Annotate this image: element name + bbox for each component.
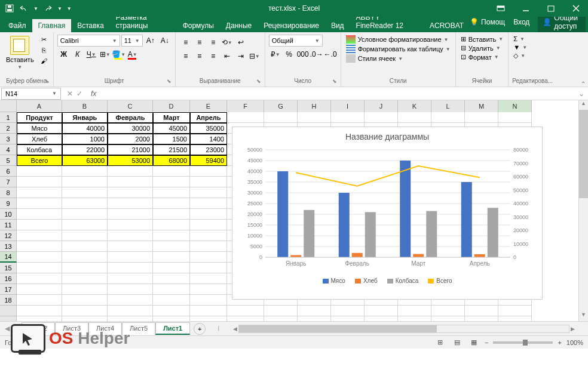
cell[interactable] [190, 263, 227, 273]
col-header-G[interactable]: G [264, 100, 298, 112]
cell[interactable] [153, 198, 190, 209]
cell[interactable] [62, 230, 108, 241]
col-header-L[interactable]: L [431, 100, 465, 112]
font-name-combo[interactable]: Calibri▼ [57, 35, 120, 47]
cell[interactable] [62, 306, 108, 316]
cell-styles-button[interactable]: Стили ячеек▼ [345, 54, 452, 63]
row-header-8[interactable]: 8 [0, 187, 17, 198]
cell[interactable] [298, 306, 331, 316]
cell[interactable] [190, 284, 227, 295]
cell[interactable] [153, 306, 190, 316]
cell[interactable] [431, 306, 465, 316]
tab-view[interactable]: Вид [325, 19, 350, 32]
cell[interactable] [153, 177, 190, 187]
orientation-icon[interactable]: ⟲▼ [220, 36, 234, 48]
close-icon[interactable] [564, 0, 588, 17]
cell[interactable] [331, 316, 365, 321]
horizontal-scrollbar[interactable]: ◀ ▶ [232, 324, 576, 334]
cell[interactable]: 30000 [108, 123, 153, 134]
cell[interactable]: Январь [62, 112, 108, 123]
cell[interactable] [190, 306, 227, 316]
row-header-5[interactable]: 5 [0, 155, 17, 166]
cell[interactable] [62, 241, 108, 252]
underline-button[interactable]: Ч▼ [85, 48, 98, 60]
page-break-view-icon[interactable]: ▦ [468, 338, 480, 347]
cell[interactable]: Колбаса [17, 144, 62, 155]
number-format-combo[interactable]: Общий▼ [269, 35, 323, 47]
font-size-combo[interactable]: 11▼ [121, 35, 143, 47]
cell[interactable]: Апрель [190, 112, 227, 123]
align-center-icon[interactable]: ≡ [193, 50, 206, 62]
cell[interactable] [190, 187, 227, 198]
cell[interactable] [108, 273, 153, 284]
format-painter-icon[interactable]: 🖌 [39, 56, 50, 66]
row-header-15[interactable]: 15 [0, 263, 17, 273]
delete-cells-button[interactable]: ⊟Удалить▼ [460, 44, 505, 53]
add-sheet-button[interactable]: + [194, 323, 206, 335]
vertical-scrollbar[interactable]: ▲▼ [578, 100, 588, 321]
cell[interactable] [465, 316, 498, 321]
cell[interactable]: Мясо [17, 123, 62, 134]
autosum-button[interactable]: Σ▼ [512, 35, 528, 43]
col-header-H[interactable]: H [298, 100, 331, 112]
align-left-icon[interactable]: ≡ [179, 50, 192, 62]
cell[interactable] [62, 220, 108, 230]
cell[interactable] [153, 187, 190, 198]
cell[interactable] [153, 241, 190, 252]
row-header-14[interactable]: 14 [0, 252, 17, 263]
cell[interactable] [431, 112, 465, 123]
save-icon[interactable] [5, 4, 14, 13]
cell[interactable] [108, 230, 153, 241]
cell[interactable] [108, 198, 153, 209]
chart[interactable]: Название диаграммы 050001000015000200002… [232, 127, 543, 300]
cell[interactable]: 63000 [62, 155, 108, 166]
tab-help[interactable]: Помощ [481, 18, 505, 26]
number-launcher-icon[interactable]: ⬊ [332, 78, 339, 85]
collapse-ribbon-icon[interactable]: ⌃ [581, 81, 586, 87]
insert-cells-button[interactable]: ⊞Вставить▼ [460, 35, 505, 44]
increase-indent-icon[interactable]: ⇥ [234, 50, 247, 62]
row-header-13[interactable]: 13 [0, 241, 17, 252]
cell[interactable] [190, 177, 227, 187]
col-header-N[interactable]: N [498, 100, 532, 112]
fill-color-button[interactable]: 🪣▼ [112, 48, 125, 60]
cell[interactable]: Всего [17, 155, 62, 166]
ribbon-display-icon[interactable] [489, 0, 513, 17]
cell[interactable]: Продукт [17, 112, 62, 123]
cell[interactable] [465, 306, 498, 316]
enter-formula-icon[interactable]: ✓ [76, 90, 82, 98]
cell[interactable]: 21500 [153, 144, 190, 155]
cell[interactable] [227, 316, 264, 321]
cell[interactable] [108, 306, 153, 316]
align-middle-icon[interactable]: ≡ [193, 36, 206, 48]
format-table-button[interactable]: Форматировать как таблицу▼ [345, 44, 452, 54]
cell[interactable] [62, 177, 108, 187]
row-header-10[interactable]: 10 [0, 209, 17, 220]
cell[interactable]: 1400 [190, 134, 227, 144]
row-header-1[interactable]: 1 [0, 112, 17, 123]
row-header-4[interactable]: 4 [0, 144, 17, 155]
copy-icon[interactable]: ⎘ [39, 45, 50, 55]
format-cells-button[interactable]: ⊡Формат▼ [460, 53, 505, 61]
cell[interactable]: 35000 [190, 123, 227, 134]
sheet-nav-prev-icon[interactable]: ◀ [5, 325, 10, 332]
tab-insert[interactable]: Вставка [71, 19, 110, 32]
cell[interactable] [227, 112, 264, 123]
cell[interactable] [153, 230, 190, 241]
alignment-launcher-icon[interactable]: ⬊ [256, 78, 264, 85]
increase-decimal-icon[interactable]: .0→ [310, 48, 323, 60]
border-button[interactable]: ⊞▼ [99, 48, 112, 60]
cell[interactable]: 40000 [62, 123, 108, 134]
fill-button[interactable]: ▼▼ [512, 43, 528, 51]
cell[interactable] [190, 230, 227, 241]
row-header-2[interactable]: 2 [0, 123, 17, 134]
cell[interactable] [108, 187, 153, 198]
cell[interactable] [62, 209, 108, 220]
cell[interactable] [17, 209, 62, 220]
cell[interactable] [331, 112, 365, 123]
align-right-icon[interactable]: ≡ [207, 50, 220, 62]
decrease-decimal-icon[interactable]: ←.0 [324, 48, 337, 60]
cell[interactable]: 68000 [153, 155, 190, 166]
wrap-text-icon[interactable]: ↩ [234, 36, 247, 48]
sheet-tab[interactable]: Лист1 [155, 322, 190, 335]
